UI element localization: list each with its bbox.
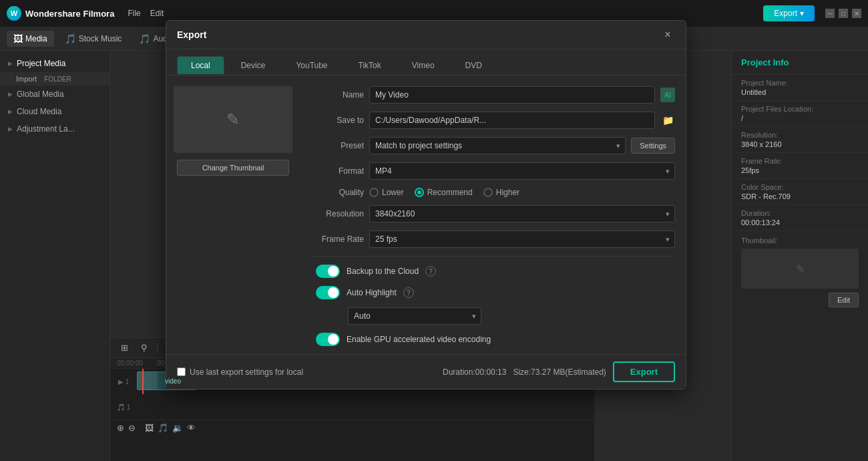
- import-label: Import: [16, 75, 37, 83]
- tab-stock-label: Stock Music: [79, 34, 122, 43]
- quality-lower-radio[interactable]: [369, 188, 379, 197]
- info-resolution: Resolution: 3840 x 2160: [732, 127, 868, 153]
- quality-recommend-radio[interactable]: [415, 188, 424, 197]
- tab-media-label: Media: [25, 34, 47, 43]
- backup-cloud-toggle[interactable]: [316, 265, 340, 278]
- timeline-zoom-out-icon[interactable]: ⊖: [128, 423, 136, 433]
- quality-lower-option[interactable]: Lower: [369, 188, 404, 197]
- thumbnail-label: Thumbnail:: [741, 237, 859, 245]
- backup-cloud-help-icon[interactable]: ?: [425, 266, 436, 277]
- track-eye-icon[interactable]: 👁: [187, 423, 196, 433]
- resolution-select[interactable]: 3840x2160: [369, 205, 675, 222]
- tab-vimeo[interactable]: Vimeo: [398, 56, 449, 75]
- thumb-preview: ✎: [174, 86, 292, 153]
- audio-icon: 🎵: [139, 33, 150, 44]
- save-to-input[interactable]: [369, 112, 655, 129]
- export-top-button[interactable]: Export ▾: [763, 5, 815, 21]
- app-logo: W Wondershare Filmora: [7, 6, 114, 21]
- color-space-value: SDR - Rec.709: [741, 192, 859, 200]
- dialog-close-button[interactable]: ×: [660, 27, 675, 42]
- quality-higher-radio[interactable]: [483, 188, 493, 197]
- timeline-divider-1: [157, 343, 158, 353]
- settings-button[interactable]: Settings: [631, 138, 675, 154]
- export-dropdown-icon: ▾: [800, 9, 804, 18]
- auto-highlight-toggle[interactable]: [316, 286, 340, 299]
- quality-higher-option[interactable]: Higher: [483, 188, 519, 197]
- tab-device[interactable]: Device: [227, 56, 280, 75]
- footer-size: Size:73.27 MB(Estimated): [513, 367, 606, 377]
- tab-stock-music[interactable]: 🎵 Stock Music: [58, 31, 129, 47]
- auto-highlight-label: Auto Highlight: [347, 288, 397, 297]
- frame-rate-value: 25fps: [741, 166, 859, 174]
- quality-label: Quality: [310, 188, 364, 197]
- save-to-label: Save to: [310, 116, 364, 125]
- quality-group: Lower Recommend Highe: [369, 188, 519, 197]
- tab-youtube[interactable]: YouTube: [282, 56, 341, 75]
- project-info-header: Project Info: [732, 51, 868, 75]
- ai-generate-icon[interactable]: AI: [660, 88, 675, 102]
- arrow-icon-4: ▶: [8, 126, 13, 132]
- track-voice-icon[interactable]: 🔉: [172, 423, 183, 433]
- auto-select[interactable]: Auto: [348, 307, 481, 325]
- format-select[interactable]: MP4: [369, 162, 675, 180]
- name-label: Name: [310, 90, 364, 100]
- preset-select-wrapper: Match to project settings: [369, 137, 626, 154]
- backup-cloud-knob: [328, 266, 339, 277]
- sidebar-item-global-media[interactable]: ▶ Global Media: [0, 86, 110, 103]
- preset-select[interactable]: Match to project settings: [369, 137, 626, 154]
- sidebar-item-adjustment[interactable]: ▶ Adjustment La...: [0, 120, 110, 138]
- quality-recommend-label: Recommend: [427, 188, 473, 197]
- gpu-label: Enable GPU accelerated video encoding: [347, 335, 491, 344]
- tab-tiktok[interactable]: TikTok: [345, 56, 395, 75]
- project-name-label: Project Name:: [741, 79, 859, 87]
- auto-highlight-help-icon[interactable]: ?: [403, 287, 414, 298]
- tab-local[interactable]: Local: [177, 56, 224, 75]
- close-button[interactable]: ✕: [852, 9, 861, 18]
- minimize-button[interactable]: ─: [825, 9, 835, 18]
- resolution-label: Resolution:: [741, 131, 859, 139]
- radio-inner-dot: [417, 190, 421, 194]
- quality-recommend-option[interactable]: Recommend: [415, 188, 473, 197]
- menu-file[interactable]: File: [128, 9, 140, 18]
- frame-rate-select-wrapper: 25 fps: [369, 230, 675, 248]
- audio-track-content[interactable]: [137, 394, 594, 420]
- last-settings-checkbox[interactable]: [177, 367, 186, 376]
- app-logo-icon: W: [7, 6, 21, 21]
- media-icon: 🖼: [13, 33, 23, 44]
- sidebar-folder-import[interactable]: Import FOLDER: [0, 72, 110, 86]
- thumbnail-placeholder: ✎: [741, 249, 859, 289]
- last-settings-checkbox-label[interactable]: Use last export settings for local: [177, 367, 303, 377]
- name-input[interactable]: [369, 86, 655, 104]
- stock-music-icon: 🎵: [65, 33, 76, 44]
- footer-export-button[interactable]: Export: [613, 361, 675, 382]
- timeline-tool-magnet[interactable]: ⚲: [137, 341, 152, 355]
- timeline-zoom-icon[interactable]: ⊕: [117, 423, 124, 433]
- track-label-audio: 🎵 1: [110, 404, 137, 411]
- info-project-name: Project Name: Untitled: [732, 75, 868, 101]
- tab-media[interactable]: 🖼 Media: [7, 31, 54, 47]
- track-add-icon[interactable]: 🖼: [145, 423, 154, 433]
- sidebar-item-project-media[interactable]: ▶ Project Media: [0, 55, 110, 72]
- track-label-1: ▶ 1: [110, 378, 137, 386]
- menu-edit[interactable]: Edit: [150, 9, 164, 18]
- form-row-save-to: Save to 📁: [310, 112, 675, 129]
- frame-rate-label: Frame Rate:: [741, 157, 859, 165]
- color-space-label: Color Space:: [741, 183, 859, 191]
- maximize-button[interactable]: □: [839, 9, 848, 18]
- track-row-audio: 🎵 1: [110, 394, 594, 420]
- gpu-toggle[interactable]: [316, 333, 340, 346]
- audio-track-num: 1: [127, 404, 131, 411]
- duration-label: Duration:: [741, 209, 859, 217]
- change-thumbnail-button[interactable]: Change Thumbnail: [177, 160, 289, 176]
- auto-highlight-knob: [328, 287, 339, 298]
- sidebar-item-cloud-media[interactable]: ▶ Cloud Media: [0, 103, 110, 120]
- app-container: W Wondershare Filmora File Edit Export ▾…: [0, 0, 868, 461]
- timeline-tool-grid[interactable]: ⊞: [117, 341, 132, 355]
- dialog-scroll[interactable]: ✎ Change Thumbnail Name AI Save to: [166, 75, 686, 354]
- playhead-marker: [142, 369, 144, 394]
- tab-dvd[interactable]: DVD: [451, 56, 496, 75]
- browse-folder-icon[interactable]: 📁: [660, 113, 675, 128]
- frame-rate-select[interactable]: 25 fps: [369, 230, 675, 248]
- edit-thumbnail-button[interactable]: Edit: [829, 293, 859, 307]
- track-music-icon[interactable]: 🎵: [158, 423, 168, 433]
